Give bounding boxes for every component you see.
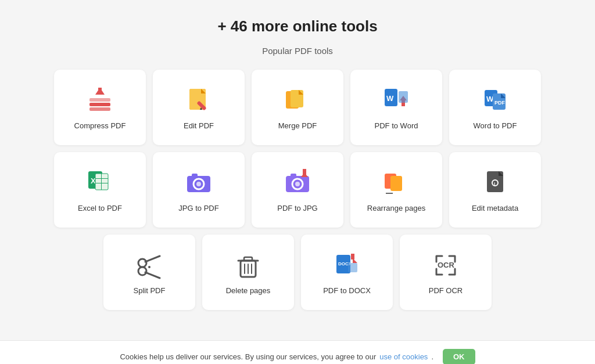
svg-rect-37 bbox=[291, 174, 296, 177]
tool-card-rearrange-pages[interactable]: Rearrange pages bbox=[350, 152, 442, 228]
tool-card-edit-pdf[interactable]: Edit PDF bbox=[153, 70, 245, 145]
svg-rect-11 bbox=[291, 90, 303, 107]
svg-rect-39 bbox=[303, 169, 306, 175]
merge-pdf-label: Merge PDF bbox=[278, 121, 317, 130]
svg-rect-17 bbox=[399, 91, 408, 103]
cookie-ok-button[interactable]: OK bbox=[443, 349, 475, 364]
pdf-to-docx-icon: DOCX bbox=[332, 250, 362, 280]
rearrange-pages-icon bbox=[381, 168, 411, 198]
edit-metadata-label: Edit metadata bbox=[472, 204, 518, 212]
pdf-to-jpg-label: PDF to JPG bbox=[277, 204, 317, 212]
tool-card-merge-pdf[interactable]: Merge PDF bbox=[252, 70, 343, 145]
word-to-pdf-label: Word to PDF bbox=[474, 121, 517, 130]
svg-text:W: W bbox=[386, 94, 394, 103]
tool-card-edit-metadata[interactable]: i Edit metadata bbox=[449, 152, 541, 228]
tools-row-3: Split PDF Delete pages bbox=[103, 235, 492, 310]
compress-pdf-icon bbox=[85, 85, 115, 116]
main-content: + 46 more online tools Popular PDF tools… bbox=[0, 0, 595, 340]
tools-row-1: Compress PDF Edit PDF bbox=[54, 70, 541, 145]
jpg-to-pdf-label: JPG to PDF bbox=[178, 204, 218, 212]
excel-to-pdf-icon: X bbox=[85, 168, 115, 198]
svg-rect-4 bbox=[98, 88, 102, 95]
tool-card-pdf-to-jpg[interactable]: PDF to JPG bbox=[252, 152, 343, 228]
svg-point-46 bbox=[138, 259, 146, 267]
cookie-bar: Cookies help us deliver our services. By… bbox=[0, 340, 595, 364]
tool-card-pdf-to-word[interactable]: W PDF to Word bbox=[350, 70, 442, 145]
svg-point-36 bbox=[295, 182, 300, 186]
svg-rect-33 bbox=[192, 174, 198, 177]
svg-line-49 bbox=[145, 272, 160, 278]
tool-card-split-pdf[interactable]: Split PDF bbox=[103, 235, 195, 310]
svg-text:PDF: PDF bbox=[494, 100, 506, 106]
svg-point-32 bbox=[196, 182, 201, 186]
tool-card-compress-pdf[interactable]: Compress PDF bbox=[54, 70, 146, 145]
edit-pdf-label: Edit PDF bbox=[184, 121, 214, 130]
svg-line-48 bbox=[145, 256, 160, 262]
page-title: + 46 more online tools bbox=[217, 17, 377, 35]
pdf-ocr-icon: OCR bbox=[431, 250, 461, 280]
jpg-to-pdf-icon bbox=[184, 168, 214, 198]
tool-card-pdf-ocr[interactable]: OCR PDF OCR bbox=[400, 235, 492, 310]
svg-rect-61 bbox=[348, 263, 357, 272]
pdf-ocr-label: PDF OCR bbox=[429, 286, 463, 295]
pdf-to-word-icon: W bbox=[381, 85, 411, 116]
excel-to-pdf-label: Excel to PDF bbox=[78, 204, 122, 212]
svg-point-50 bbox=[148, 266, 150, 268]
tool-card-jpg-to-pdf[interactable]: JPG to PDF bbox=[153, 152, 245, 228]
svg-rect-41 bbox=[390, 176, 402, 191]
tools-row-2: X Excel to PDF bbox=[54, 152, 541, 228]
delete-pages-icon bbox=[233, 250, 263, 280]
tool-card-pdf-to-docx[interactable]: DOCX PDF to DOCX bbox=[301, 235, 393, 310]
delete-pages-label: Delete pages bbox=[226, 286, 271, 295]
svg-rect-60 bbox=[351, 254, 354, 260]
pdf-to-jpg-icon bbox=[282, 168, 313, 198]
merge-pdf-icon bbox=[282, 85, 313, 116]
edit-pdf-icon bbox=[184, 85, 214, 116]
svg-rect-29 bbox=[101, 174, 102, 190]
tool-card-excel-to-pdf[interactable]: X Excel to PDF bbox=[54, 152, 146, 228]
pdf-to-docx-label: PDF to DOCX bbox=[323, 286, 371, 295]
cookie-link[interactable]: use of cookies bbox=[379, 352, 428, 361]
svg-rect-53 bbox=[244, 257, 252, 261]
tool-card-word-to-pdf[interactable]: W PDF Word to PDF bbox=[449, 70, 541, 145]
cookie-text: Cookies help us deliver our services. By… bbox=[120, 352, 376, 361]
svg-point-47 bbox=[138, 267, 146, 275]
svg-text:i: i bbox=[494, 181, 495, 186]
edit-metadata-icon: i bbox=[480, 168, 510, 198]
tool-card-delete-pages[interactable]: Delete pages bbox=[202, 235, 294, 310]
split-pdf-icon bbox=[134, 250, 164, 280]
section-subtitle: Popular PDF tools bbox=[262, 46, 333, 56]
svg-rect-0 bbox=[89, 103, 110, 106]
compress-pdf-label: Compress PDF bbox=[74, 121, 126, 130]
word-to-pdf-icon: W PDF bbox=[480, 85, 510, 116]
pdf-to-word-label: PDF to Word bbox=[375, 121, 418, 130]
svg-rect-1 bbox=[89, 107, 110, 111]
rearrange-pages-label: Rearrange pages bbox=[367, 204, 425, 212]
svg-rect-2 bbox=[89, 98, 110, 102]
svg-text:OCR: OCR bbox=[438, 261, 455, 269]
split-pdf-label: Split PDF bbox=[134, 286, 166, 295]
